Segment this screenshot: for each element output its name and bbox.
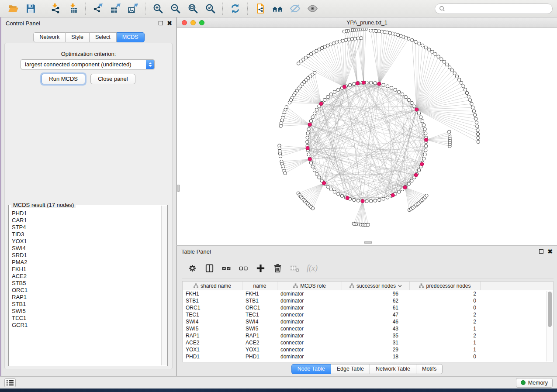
mcds-result-item[interactable]: SRD1 (12, 252, 161, 259)
open-folder-icon (8, 3, 19, 14)
mcds-result-item[interactable]: TID3 (12, 231, 161, 238)
column-type-icon (419, 283, 424, 288)
column-header-successor-nodes[interactable]: successor nodes (342, 282, 410, 290)
control-panel-tabs: NetworkStyleSelectMCDS (1, 32, 176, 42)
column-header-name[interactable]: name (242, 282, 277, 290)
column-header-mcds-role[interactable]: MCDS role (277, 282, 342, 290)
panel-toggle-button[interactable] (4, 378, 16, 387)
mcds-result-item[interactable]: PHD1 (12, 210, 161, 217)
search-box[interactable] (435, 3, 553, 14)
tab-network[interactable]: Network (33, 32, 66, 42)
zoom-in-button[interactable] (150, 2, 165, 16)
table-row[interactable]: ACE2ACE2connector311 (183, 339, 553, 346)
tab-node-table[interactable]: Node Table (291, 364, 331, 374)
float-panel-icon[interactable] (539, 249, 543, 254)
hide-selected-button[interactable] (287, 2, 302, 16)
table-cell: 1 (410, 346, 481, 353)
network-horizontal-scroll-thumb[interactable] (364, 241, 372, 244)
export-table-button[interactable] (108, 2, 123, 16)
column-header-shared-name[interactable]: shared name (183, 282, 242, 290)
gear-icon (187, 263, 197, 273)
close-panel-icon[interactable]: ✖ (167, 21, 172, 25)
tab-network-table[interactable]: Network Table (370, 364, 416, 374)
create-column-button[interactable] (256, 263, 266, 273)
open-file-button[interactable] (6, 2, 21, 16)
table-cell: 47 (342, 311, 410, 318)
tab-style[interactable]: Style (66, 32, 90, 42)
toolbar-separator (222, 3, 223, 15)
column-header-predecessor-nodes[interactable]: predecessor nodes (410, 282, 481, 290)
export-image-button[interactable] (125, 2, 140, 16)
show-all-button[interactable] (305, 2, 320, 16)
network-canvas[interactable] (177, 28, 557, 245)
zoom-out-button[interactable] (168, 2, 183, 16)
tab-edge-table[interactable]: Edge Table (331, 364, 370, 374)
tab-mcds[interactable]: MCDS (117, 32, 145, 42)
run-mcds-button[interactable]: Run MCDS (42, 74, 85, 84)
mcds-result-item[interactable]: STB1 (12, 301, 161, 308)
unselect-all-columns-button[interactable] (239, 263, 249, 273)
control-panel: Control Panel ✖ NetworkStyleSelectMCDS O… (1, 17, 176, 376)
table-scrollbar[interactable] (546, 291, 553, 361)
network-titlebar[interactable]: YPA_prune.txt_1 (177, 17, 557, 28)
select-all-columns-button[interactable] (221, 263, 232, 273)
table-cell: ACE2 (183, 339, 242, 346)
mcds-result-item[interactable]: ORC1 (12, 287, 161, 294)
tab-select[interactable]: Select (90, 32, 117, 42)
table-row[interactable]: FKH1FKH1dominator962 (183, 290, 553, 297)
network-window: YPA_prune.txt_1 (176, 17, 557, 245)
first-neighbors-button[interactable] (270, 2, 285, 16)
mcds-result-list[interactable]: PHD1CAR1STP4TID3YOX1SWI4SRD1PMA2FKH1ACE2… (9, 206, 161, 365)
mcds-result-item[interactable]: YOX1 (12, 238, 161, 245)
search-input[interactable] (448, 6, 548, 12)
show-columns-button[interactable] (204, 263, 214, 273)
mcds-tab-content: Optimization criterion: largest connecte… (4, 43, 173, 369)
tab-motifs[interactable]: Motifs (416, 364, 443, 374)
table-row[interactable]: PHD1PHD1dominator180 (183, 353, 553, 360)
table-row[interactable]: SWI5SWI5connector431 (183, 325, 553, 332)
mcds-result-item[interactable]: SWI4 (12, 245, 161, 252)
table-row[interactable]: YOX1YOX1connector291 (183, 346, 553, 353)
mcds-list-scrollbar[interactable] (161, 206, 167, 365)
mcds-result-item[interactable]: CAR1 (12, 217, 161, 224)
table-row[interactable]: SWI4SWI4dominator462 (183, 318, 553, 325)
node-table-body: FKH1FKH1dominator962STB1STB1dominator620… (183, 290, 553, 360)
table-row[interactable]: TEC1TEC1connector472 (183, 311, 553, 318)
mcds-result-item[interactable]: ACE2 (12, 273, 161, 280)
delete-columns-button[interactable] (273, 263, 283, 273)
table-cell: TEC1 (183, 311, 242, 318)
criterion-dropdown[interactable]: largest connected component (undirected) (21, 59, 155, 69)
mcds-result-item[interactable]: TEC1 (12, 315, 161, 322)
table-row[interactable]: RAP1RAP1dominator352 (183, 332, 553, 339)
zoom-selected-button[interactable] (203, 2, 218, 16)
refresh-view-button[interactable] (228, 2, 242, 16)
float-panel-icon[interactable] (159, 21, 163, 25)
table-row[interactable]: ORC1ORC1dominator610 (183, 304, 553, 311)
mcds-result-item[interactable]: SWI5 (12, 308, 161, 315)
mcds-result-item[interactable]: GCR1 (12, 322, 161, 329)
close-panel-button[interactable]: Close panel (90, 74, 135, 84)
save-session-button[interactable] (23, 2, 38, 16)
close-panel-icon[interactable]: ✖ (547, 249, 553, 254)
eye-icon (307, 3, 318, 14)
memory-button[interactable]: Memory (516, 378, 553, 388)
import-network-button[interactable] (48, 2, 63, 16)
table-cell: 0 (410, 297, 481, 304)
mcds-result-item[interactable]: RAP1 (12, 294, 161, 301)
network-vertical-scroll-thumb[interactable] (177, 185, 180, 192)
export-network-button[interactable] (90, 2, 105, 16)
network-title: YPA_prune.txt_1 (177, 20, 557, 26)
duplicate-network-button[interactable] (253, 2, 267, 16)
mcds-result-item[interactable]: STB5 (12, 280, 161, 287)
table-options-button[interactable] (187, 263, 197, 273)
import-table-button[interactable] (66, 2, 80, 16)
table-row[interactable]: STB1STB1dominator620 (183, 297, 553, 304)
mcds-result-group: MCDS result (17 nodes) PHD1CAR1STP4TID3Y… (8, 205, 168, 366)
mcds-result-item[interactable]: STP4 (12, 224, 161, 231)
mcds-result-item[interactable]: FKH1 (12, 266, 161, 273)
table-cell: 1 (410, 339, 481, 346)
table-cell: dominator (277, 332, 342, 339)
mcds-result-item[interactable]: PMA2 (12, 259, 161, 266)
table-scroll-thumb[interactable] (548, 292, 552, 327)
zoom-fit-button[interactable] (185, 2, 200, 16)
